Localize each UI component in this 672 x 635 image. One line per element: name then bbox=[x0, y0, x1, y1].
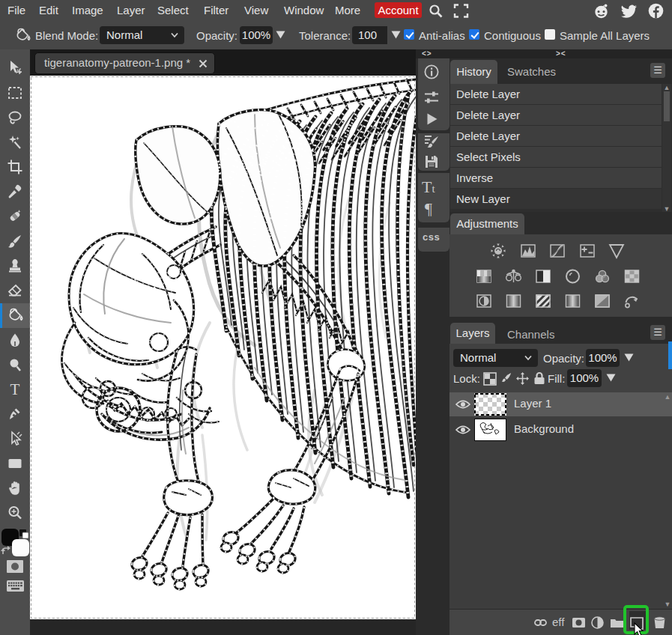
svg-text:T: T bbox=[10, 381, 20, 398]
